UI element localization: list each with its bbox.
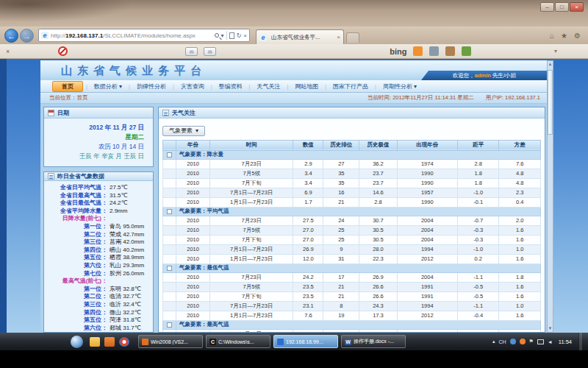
row-checkbox-cell [163, 244, 176, 254]
group-label: 气象要素：平均气温 [176, 207, 540, 216]
display-icon[interactable] [537, 339, 544, 344]
menu-item-7[interactable]: 网站地图 [288, 82, 325, 91]
table-cell: 8 [323, 301, 359, 311]
menu-item-1[interactable]: 首页 [52, 81, 83, 92]
table-cell: 7月23日 [210, 216, 293, 225]
action-center-flag-icon[interactable]: ⚑ [529, 339, 534, 344]
tab-close-icon[interactable]: × [337, 34, 340, 40]
stat-label: 最高气温(前七)： [44, 277, 107, 286]
compatibility-view-icon[interactable] [229, 32, 234, 39]
group-checkbox[interactable] [167, 209, 172, 214]
favorites-icon[interactable]: ★ [561, 32, 567, 40]
taskbar-button-1[interactable]: Win2008 (VS2... [138, 335, 203, 348]
tools-icon[interactable]: ⚙ [574, 32, 581, 40]
taskbar-button-4[interactable]: W操作手册.docx -... [341, 335, 406, 348]
bing-logo[interactable]: bing [390, 47, 406, 56]
new-tab-button[interactable] [346, 32, 359, 43]
camera-icon[interactable] [429, 46, 439, 56]
table-cell: 23.1 [293, 301, 323, 311]
table-cell: 16 [323, 188, 359, 197]
hidden-icons-caret-icon[interactable]: ▴ [492, 339, 495, 344]
group-checkbox[interactable] [167, 266, 172, 271]
table-cell: 1990 [397, 169, 457, 178]
media-player-icon[interactable] [119, 337, 129, 347]
nature-icon[interactable] [462, 46, 471, 56]
table-cell: 1月1日—7月23日 [210, 254, 293, 263]
table-cell: 1.0 [499, 301, 541, 311]
scroll-up-icon[interactable]: ▲ [548, 61, 553, 68]
table-row: 20107月1日—7月23日23.1824.31994-1.11.0 [163, 301, 541, 311]
network-globe-icon[interactable] [510, 339, 516, 344]
table-cell: 7月1日—7月23日 [210, 301, 293, 311]
menu-item-4[interactable]: 灾害查询 [174, 82, 211, 91]
taskbar-button-2[interactable]: CC:\Windows\s... [206, 335, 270, 348]
speaker-icon[interactable]: ◄ [548, 339, 553, 344]
back-icon[interactable]: ← [4, 29, 18, 43]
table-cell: 2010 [176, 225, 209, 235]
menu-item-2[interactable]: 数据分析 ▾ [87, 82, 129, 91]
table-cell: 1月1日—7月23日 [210, 311, 293, 320]
scrollbar-thumb[interactable] [548, 70, 553, 135]
firewall-icon[interactable] [520, 339, 526, 344]
row-checkbox-cell [163, 188, 176, 197]
browser-tab[interactable]: e 山东省气候业务平... × [256, 29, 344, 44]
weather-focus-title: 天气关注 [172, 109, 196, 117]
menu-item-8[interactable]: 国家下行产品 [326, 82, 375, 91]
stat-row: 第四位：微山 32.2℃ [44, 309, 153, 317]
home-icon[interactable]: ⌂ [550, 32, 554, 40]
menu-item-3[interactable]: 韵律性分析 [130, 82, 173, 91]
stop-icon[interactable]: × [243, 32, 247, 39]
scroll-down-icon[interactable]: ▼ [548, 325, 553, 332]
close-icon[interactable]: × [570, 2, 584, 12]
mail-icon[interactable]: ✉ [185, 47, 198, 56]
toolbar-close-icon[interactable]: × [6, 48, 10, 55]
table-row: 20101月1日—7月23日12.03122.320120.21.6 [163, 254, 541, 263]
taskbar-clock[interactable]: 11:54 [559, 339, 572, 345]
share-icon[interactable]: ✉ [204, 47, 216, 56]
bingbar-app-icon[interactable] [413, 46, 423, 56]
stat-label: 第六位： [44, 325, 107, 333]
table-cell: 2010 [176, 169, 209, 178]
element-selector-button[interactable]: 气象要素 ▾ [162, 126, 205, 136]
yesterday-list: 全省日平均气温：27.5℃全省日最高气温：31.5℃全省日最低气温：24.2℃全… [44, 181, 153, 333]
table-row: 20107月5候27.02530.52004-0.31.6 [163, 225, 541, 235]
table-cell: 2010 [176, 178, 209, 188]
stat-label: 第四位： [44, 247, 107, 255]
menu-item-5[interactable]: 整编资料 [212, 82, 249, 91]
language-indicator[interactable]: CH [498, 339, 506, 344]
vertical-scrollbar[interactable]: ▲ ▼ [547, 60, 553, 333]
forward-icon[interactable]: → [20, 29, 34, 43]
table-cell: 2010 [176, 301, 209, 311]
minimize-icon[interactable]: – [540, 2, 554, 12]
explorer-icon[interactable] [90, 337, 100, 347]
menu-item-9[interactable]: 周期性分析 ▾ [376, 82, 423, 91]
table-cell: 14.6 [359, 188, 397, 197]
group-row: 气象要素：最高气温 [163, 320, 541, 329]
show-desktop-button[interactable] [578, 333, 582, 350]
start-button[interactable] [71, 336, 83, 348]
column-header: 距平 [457, 140, 499, 150]
group-checkbox[interactable] [167, 152, 172, 158]
table-cell: -0.4 [457, 311, 499, 320]
system-tray: ▴ CH ⚑ ◄ 11:54 [492, 333, 588, 350]
maximize-icon[interactable]: □ [555, 2, 569, 12]
screen-bottom-strip [0, 350, 588, 368]
menu-item-6[interactable]: 天气关注 [250, 82, 287, 91]
taskbar-button-3[interactable]: 192.168.16.99... [273, 335, 338, 348]
quicklaunch-app-icon[interactable] [104, 337, 115, 347]
search-icon[interactable] [215, 33, 219, 38]
table-cell: 2.8 [457, 159, 499, 169]
stat-section-header: 最高气温(前七)： [44, 277, 153, 286]
taskbar-button-icon: C [209, 339, 216, 345]
stat-row: 第五位：栖霞 38.9mm [44, 254, 153, 262]
refresh-icon[interactable]: ↻ [237, 32, 242, 39]
table-cell: 21 [323, 282, 359, 291]
toolbar-more-icon[interactable]: ▾ [554, 48, 557, 54]
search-dropdown-icon[interactable]: ▾ [221, 32, 224, 39]
group-checkbox[interactable] [167, 322, 172, 328]
paw-icon[interactable] [445, 46, 455, 56]
stat-row: 第六位：乳山 29.3mm [44, 262, 153, 270]
address-bar[interactable]: e http://192.168.137.1/SLCCLIMATE/module… [38, 29, 250, 42]
url-text[interactable]: http://192.168.137.1/SLCCLIMATE/modules/… [51, 32, 215, 39]
stat-value: 东明 32.8℃ [107, 286, 141, 294]
